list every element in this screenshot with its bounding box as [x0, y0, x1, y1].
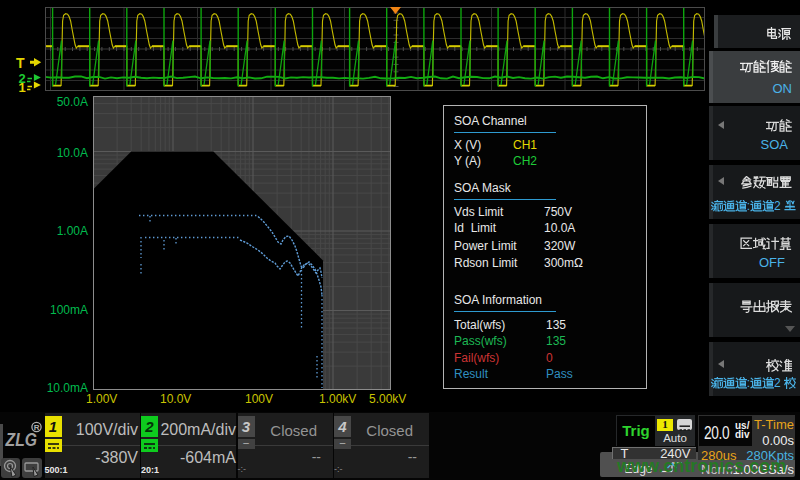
svg-text:ZLG: ZLG: [5, 429, 37, 451]
svg-text:T: T: [16, 55, 25, 71]
svg-text:R: R: [34, 423, 40, 432]
svg-text:1: 1: [19, 80, 26, 94]
